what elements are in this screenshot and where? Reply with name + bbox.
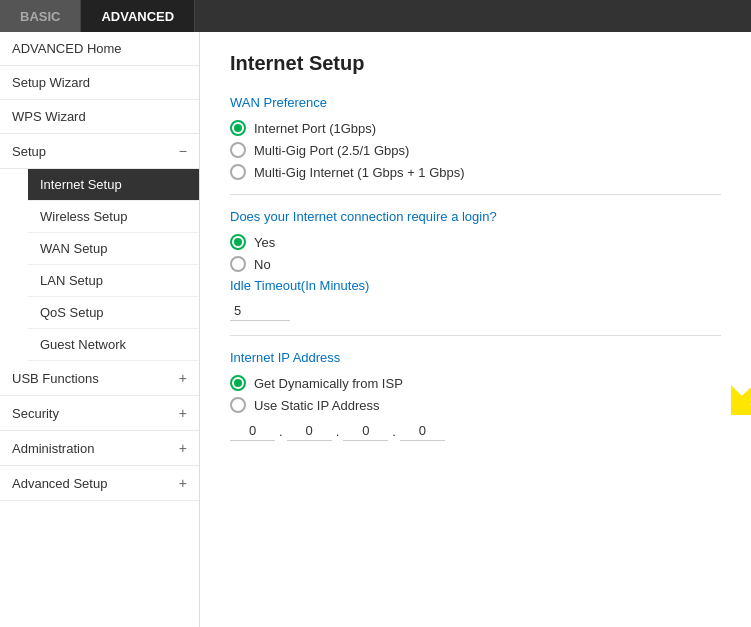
radio-dynamic-isp[interactable] <box>230 375 246 391</box>
radio-yes[interactable] <box>230 234 246 250</box>
plus-icon-usb: + <box>179 370 187 386</box>
radio-no[interactable] <box>230 256 246 272</box>
content-area: Internet Setup WAN Preference Internet P… <box>200 32 751 627</box>
ip-dot-1: . <box>279 424 283 439</box>
ip-address-row: . . . <box>230 421 721 441</box>
radio-multi-gig-port[interactable] <box>230 142 246 158</box>
ip-octet-4[interactable] <box>400 421 445 441</box>
login-option-yes[interactable]: Yes <box>230 234 721 250</box>
wan-options-group: Internet Port (1Gbps) Multi-Gig Port (2.… <box>230 120 721 180</box>
wan-option-0[interactable]: Internet Port (1Gbps) <box>230 120 721 136</box>
ip-option-static[interactable]: Use Static IP Address <box>230 397 721 413</box>
main-layout: ADVANCED Home Setup Wizard WPS Wizard Se… <box>0 32 751 627</box>
login-question: Does your Internet connection require a … <box>230 209 721 224</box>
wan-option-2[interactable]: Multi-Gig Internet (1 Gbps + 1 Gbps) <box>230 164 721 180</box>
ip-option-dynamic[interactable]: Get Dynamically from ISP <box>230 375 721 391</box>
sidebar-item-lan-setup[interactable]: LAN Setup <box>28 265 199 297</box>
sidebar-item-guest-network[interactable]: Guest Network <box>28 329 199 361</box>
login-option-no[interactable]: No <box>230 256 721 272</box>
minus-icon: − <box>179 143 187 159</box>
sidebar-item-wps-wizard[interactable]: WPS Wizard <box>0 100 199 134</box>
sidebar-item-setup[interactable]: Setup − <box>0 134 199 169</box>
tab-advanced[interactable]: ADVANCED <box>81 0 195 32</box>
tab-bar: BASIC ADVANCED <box>0 0 751 32</box>
divider-1 <box>230 194 721 195</box>
ip-octet-3[interactable] <box>343 421 388 441</box>
radio-static-ip[interactable] <box>230 397 246 413</box>
sidebar: ADVANCED Home Setup Wizard WPS Wizard Se… <box>0 32 200 627</box>
sidebar-item-internet-setup[interactable]: Internet Setup <box>28 169 199 201</box>
ip-dot-3: . <box>392 424 396 439</box>
sidebar-item-wan-setup[interactable]: WAN Setup <box>28 233 199 265</box>
sidebar-item-usb-functions[interactable]: USB Functions + <box>0 361 199 396</box>
plus-icon-advanced: + <box>179 475 187 491</box>
sidebar-item-wireless-setup[interactable]: Wireless Setup <box>28 201 199 233</box>
sidebar-item-administration[interactable]: Administration + <box>0 431 199 466</box>
plus-icon-security: + <box>179 405 187 421</box>
wan-option-1[interactable]: Multi-Gig Port (2.5/1 Gbps) <box>230 142 721 158</box>
divider-2 <box>230 335 721 336</box>
ip-dot-2: . <box>336 424 340 439</box>
sidebar-item-security[interactable]: Security + <box>0 396 199 431</box>
sidebar-item-qos-setup[interactable]: QoS Setup <box>28 297 199 329</box>
wan-preference-label: WAN Preference <box>230 95 721 110</box>
yellow-arrow-annotation <box>731 345 751 415</box>
page-title: Internet Setup <box>230 52 721 75</box>
radio-multi-gig-internet[interactable] <box>230 164 246 180</box>
sidebar-item-setup-wizard[interactable]: Setup Wizard <box>0 66 199 100</box>
login-options-group: Yes No <box>230 234 721 272</box>
sidebar-item-advanced-home[interactable]: ADVANCED Home <box>0 32 199 66</box>
tab-basic[interactable]: BASIC <box>0 0 81 32</box>
idle-timeout-label: Idle Timeout(In Minutes) <box>230 278 721 293</box>
ip-options-group: Get Dynamically from ISP Use Static IP A… <box>230 375 721 413</box>
ip-octet-1[interactable] <box>230 421 275 441</box>
radio-internet-port[interactable] <box>230 120 246 136</box>
idle-timeout-input[interactable] <box>230 301 290 321</box>
plus-icon-admin: + <box>179 440 187 456</box>
sidebar-item-advanced-setup[interactable]: Advanced Setup + <box>0 466 199 501</box>
internet-ip-label: Internet IP Address <box>230 350 721 365</box>
sidebar-setup-sub: Internet Setup Wireless Setup WAN Setup … <box>0 169 199 361</box>
ip-octet-2[interactable] <box>287 421 332 441</box>
